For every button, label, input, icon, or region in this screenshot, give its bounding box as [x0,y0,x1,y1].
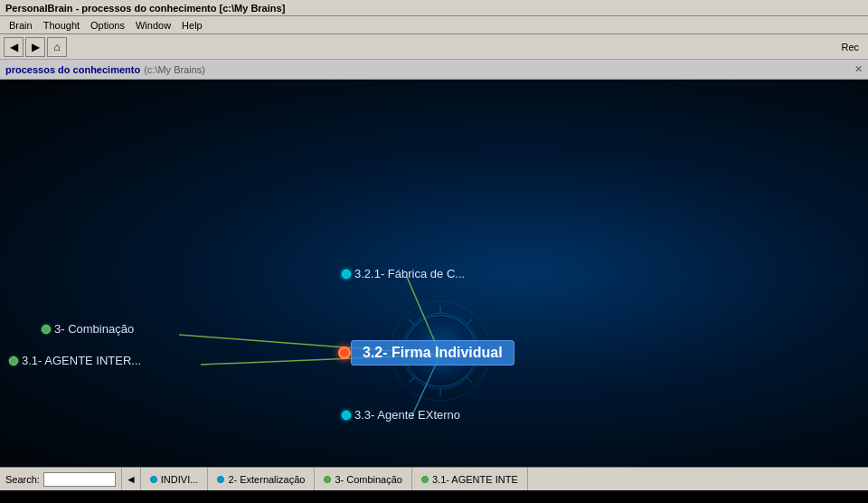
search-area: Search: [0,468,122,490]
svg-line-12 [467,319,472,325]
node-321[interactable]: 3.2.1- Fábrica de C... [342,267,465,280]
window-title: PersonalBrain - processos do conheciment… [5,3,285,14]
svg-line-11 [467,377,472,383]
central-node-label[interactable]: 3.2- Firma Individual [351,340,514,365]
tab-bar: processos do conhecimento (c:\My Brains)… [0,60,868,80]
back-button[interactable]: ◀ [4,37,24,57]
bottom-tab-indivi-label[interactable]: INDIVI... [161,474,199,485]
node-33-label[interactable]: 3.3- Agente EXterno [354,408,460,422]
node-33[interactable]: 3.3- Agente EXterno [342,408,460,422]
bottom-tab-31-label[interactable]: 3.1- AGENTE INTE [432,474,518,485]
main-canvas: 3.2- Firma Individual 3.2.1- Fábrica de … [0,80,868,467]
search-label: Search: [5,474,40,485]
bottom-tab-3-label[interactable]: 3- Combinação [335,474,402,485]
home-button[interactable]: ⌂ [47,37,67,57]
bottom-tab-3[interactable]: 3- Combinação [315,468,412,490]
menu-help[interactable]: Help [176,18,208,33]
node-33-dot [342,411,351,420]
toolbar: ◀ ▶ ⌂ Rec [0,34,868,60]
forward-button[interactable]: ▶ [25,37,45,57]
bottom-tab-indivi-dot [150,476,157,483]
svg-line-13 [409,377,414,383]
menu-window[interactable]: Window [130,18,176,33]
node-31-label[interactable]: 3.1- AGENTE INTER... [22,354,141,367]
history-nav-arrow[interactable]: ◄ [126,473,137,486]
bottom-tab-31[interactable]: 3.1- AGENTE INTE [412,468,528,490]
menu-thought[interactable]: Thought [38,18,85,33]
bottom-tab-indivi[interactable]: INDIVI... [141,468,209,490]
tab-close-button[interactable]: ✕ [854,63,863,75]
node-3-dot [42,325,51,334]
menu-bar: Brain Thought Options Window Help [0,16,868,34]
tab-path: (c:\My Brains) [144,64,205,75]
menu-brain[interactable]: Brain [4,18,38,33]
status-bar: Search: ◄ INDIVI... 2- Externalização 3-… [0,467,868,490]
node-3[interactable]: 3- Combinação [42,322,134,336]
search-input[interactable] [43,472,116,487]
bottom-tab-31-dot [421,476,429,483]
node-3-label[interactable]: 3- Combinação [54,322,134,336]
menu-options[interactable]: Options [85,18,130,33]
node-321-label[interactable]: 3.2.1- Fábrica de C... [354,267,465,280]
svg-line-10 [409,319,414,325]
bottom-tab-2-dot [217,476,224,483]
central-node[interactable]: 3.2- Firma Individual [338,340,514,365]
bottom-tab-3-dot [324,476,331,483]
rec-area: Rec [835,40,864,54]
central-dot [338,346,351,359]
node-31-dot [9,356,18,365]
title-bar: PersonalBrain - processos do conheciment… [0,0,868,16]
history-nav[interactable]: ◄ [122,468,141,490]
rec-label: Rec [841,42,859,52]
bottom-tab-2-label[interactable]: 2- Externalização [228,474,305,485]
bottom-tab-2[interactable]: 2- Externalização [208,468,315,490]
node-31[interactable]: 3.1- AGENTE INTER... [9,354,141,367]
node-321-dot [342,270,351,279]
tab-label[interactable]: processos do conhecimento [5,64,140,75]
